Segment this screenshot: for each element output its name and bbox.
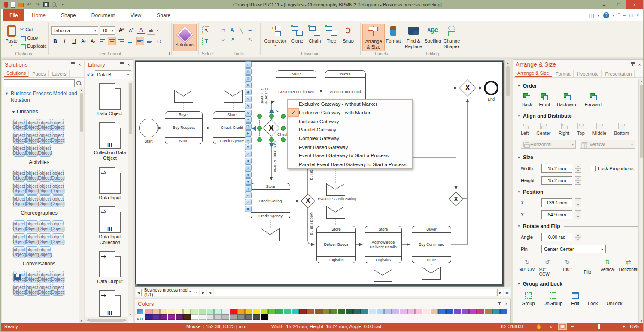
scroll-left-button[interactable]: ◀ <box>207 289 213 296</box>
arrange-scrollbar[interactable]: ▲ ▼ <box>638 79 644 323</box>
shape-thumbnail[interactable]: [object Object] <box>13 145 25 157</box>
align-button[interactable]: Center <box>536 123 550 136</box>
shape-thumbnail[interactable]: [object Object] <box>52 284 64 296</box>
solutions-search-input[interactable] <box>4 79 75 87</box>
library-shape-item[interactable]: ➡ Data Output <box>90 251 130 284</box>
doc-minimize-icon[interactable]: – <box>623 13 626 18</box>
color-swatch[interactable] <box>245 314 252 320</box>
x-input[interactable]: 139.1 mm <box>541 198 572 207</box>
group-lock-button[interactable]: Group <box>522 292 535 306</box>
solutions-scrollbar[interactable]: ▲ ▼ <box>79 87 84 323</box>
ribbon-tab[interactable]: Document <box>84 9 123 21</box>
solutions-panel-tab[interactable]: Solutions <box>4 70 29 77</box>
direct-select-tool[interactable]: ↖ <box>246 35 254 43</box>
shape-thumbnail[interactable]: [object Object] <box>26 284 38 296</box>
shape-thumbnail[interactable]: [object Object] <box>39 246 51 258</box>
scroll-right-button[interactable]: ▶ <box>497 289 503 296</box>
library-shape-item[interactable]: Data Object <box>90 83 130 116</box>
solutions-button[interactable]: Solutions <box>173 24 197 51</box>
shape-tool-button[interactable]: ↗ <box>245 199 252 205</box>
valign-bottom-button[interactable] <box>146 37 154 45</box>
rotate-flip-button[interactable]: ↺ 90° CCW <box>539 259 556 277</box>
select-text-button[interactable]: T <box>202 37 210 45</box>
color-swatch[interactable] <box>207 314 214 320</box>
color-swatch[interactable] <box>369 309 376 314</box>
shape-tool-button[interactable]: ✉ <box>245 82 252 88</box>
minimize-button[interactable]: – <box>597 0 611 9</box>
resize-handle[interactable] <box>269 114 274 119</box>
ellipse-tool[interactable]: ○ <box>219 35 227 43</box>
align-button[interactable]: Right <box>558 123 569 136</box>
superscript-button[interactable]: A² <box>79 37 88 45</box>
group-lock-button[interactable]: Edit <box>571 292 579 306</box>
color-swatch[interactable] <box>338 309 345 314</box>
shape-thumbnail[interactable]: [object Object] <box>26 170 38 182</box>
shape-thumbnail[interactable]: [object Object] <box>52 119 64 131</box>
pin-icon[interactable] <box>71 62 75 67</box>
color-swatch[interactable] <box>307 309 314 314</box>
shape-tool-button[interactable]: ➡ <box>245 144 252 150</box>
highlight-button[interactable]: ab <box>147 27 155 35</box>
shape-thumbnail[interactable]: [object Object] <box>52 220 64 232</box>
underline-button[interactable]: U <box>70 37 78 45</box>
message-envelope[interactable] <box>174 90 193 103</box>
shape-tool-button[interactable]: ◉ <box>245 89 252 95</box>
rotate-flip-button[interactable]: ↻ 90° CW <box>519 259 535 277</box>
color-swatch[interactable] <box>230 314 237 320</box>
redo-icon[interactable]: ↷ <box>35 2 41 8</box>
group-lock-button[interactable]: UnGroup <box>544 292 563 306</box>
shape-tool-button[interactable]: ◎ <box>245 164 252 171</box>
color-swatch[interactable] <box>292 309 299 314</box>
zoom-in-icon[interactable]: + <box>623 324 625 329</box>
color-swatch[interactable] <box>245 309 252 314</box>
resize-handle[interactable] <box>257 126 262 131</box>
shape-thumbnail[interactable]: [object Object] <box>39 145 51 157</box>
copy-button[interactable]: Copy <box>18 34 48 42</box>
canvas-vscrollbar[interactable]: ▲ <box>504 60 511 287</box>
drawing-canvas[interactable]: Start End Buyer Buy Request Store Store … <box>135 60 511 287</box>
x-stepper[interactable]: ▲▼ <box>575 198 581 207</box>
message-envelope[interactable] <box>422 267 441 280</box>
chevron-down-icon[interactable]: ▾ <box>598 13 600 18</box>
align-left-button[interactable] <box>98 37 106 45</box>
color-swatch[interactable] <box>299 309 307 314</box>
color-swatch[interactable] <box>384 309 392 314</box>
doc-restore-icon[interactable]: ◫ <box>629 13 633 18</box>
rotate-flip-button[interactable]: ⇅ Vertical <box>599 259 616 277</box>
shape-thumbnail[interactable]: [object Object] <box>13 119 25 131</box>
shape-tool-button[interactable]: ∿ <box>245 96 252 102</box>
shape-thumbnail[interactable]: [object Object] <box>26 195 38 207</box>
color-swatch[interactable] <box>431 309 438 314</box>
color-swatch[interactable] <box>176 314 183 320</box>
bold-button[interactable]: B <box>51 37 59 45</box>
task-credit-rating[interactable]: Store Credit Rating Credit Agency <box>251 183 290 219</box>
height-stepper[interactable]: ▲▼ <box>575 176 581 185</box>
close-icon[interactable]: × <box>79 62 81 67</box>
color-swatch[interactable] <box>454 309 461 314</box>
color-swatch[interactable] <box>207 309 214 314</box>
shape-thumbnail[interactable]: [object Object] <box>26 132 38 144</box>
library-shape-item[interactable]: ||| Collection Data Object <box>90 122 130 161</box>
align-button[interactable]: Left <box>521 123 529 136</box>
resize-handle[interactable] <box>281 137 286 142</box>
color-swatch[interactable] <box>377 309 384 314</box>
shape-thumbnail[interactable]: [object Object] <box>52 233 64 245</box>
color-swatch[interactable] <box>330 309 337 314</box>
pin-icon[interactable] <box>498 302 502 306</box>
rotate-flip-button[interactable]: ↻ 180 ° <box>559 259 576 277</box>
color-swatch[interactable] <box>415 309 422 314</box>
maximize-button[interactable]: □ <box>611 0 626 9</box>
shape-thumbnail[interactable]: [object Object] <box>39 119 51 131</box>
align-right-button[interactable] <box>117 37 125 45</box>
context-menu-item[interactable]: Event-Based Gateway to Start a Process <box>288 151 412 160</box>
shape-tool-button[interactable]: ◉ <box>245 158 252 164</box>
italic-button[interactable]: I <box>61 37 69 45</box>
shape-tool-button[interactable]: ▤ <box>245 68 252 75</box>
color-swatch[interactable] <box>237 314 245 320</box>
shape-tool-button[interactable]: ● <box>245 178 252 185</box>
task-deliver-goods[interactable]: Store Deliver Goods Logistics <box>316 226 356 263</box>
arrange-size-button[interactable]: Arrange& Size <box>362 24 385 51</box>
shape-tool-button[interactable]: ▶ <box>245 130 252 137</box>
ribbon-tab[interactable]: Shape <box>53 9 84 21</box>
dialog-launcher-icon[interactable] <box>167 52 170 55</box>
